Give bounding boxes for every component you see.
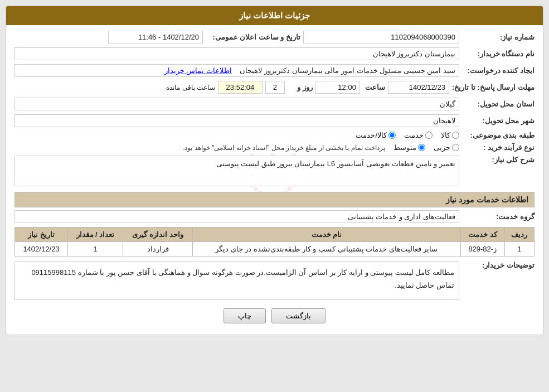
city-row: شهر محل تحویل: لاهیجان [14,114,535,127]
process-option-mota[interactable]: متوسط [393,143,425,152]
category-radio-both[interactable] [388,132,396,139]
need-desc-value: تعمیر و تامین قطعات تعویضی آسانسور L6 بی… [14,156,459,186]
deadline-days-value: 2 [265,81,285,94]
category-row: طبقه بندی موضوعی: کالا خدمت کالا/خدمت [14,131,535,139]
process-label-mota: متوسط [393,143,416,152]
deadline-date-value: 1402/12/23 [388,81,449,94]
process-radio-group: جزیی متوسط [393,143,459,152]
province-label: استان محل تحویل: [462,100,535,108]
th-name: نام خدمت [193,228,461,242]
print-button[interactable]: چاپ [224,308,266,323]
deadline-day-label: روز و [288,83,313,91]
services-table: ردیف کد خدمت نام خدمت واحد اندازه گیری ت… [14,227,535,257]
date-announce-label: تاریخ و ساعت اعلان عمومی: [206,33,300,41]
category-radio-group: کالا خدمت کالا/خدمت [356,131,459,139]
date-announce-value: 1402/12/20 - 11:46 [108,31,203,43]
deadline-row: مهلت ارسال پاسخ: تا تاریخ: 1402/12/23 سا… [14,81,535,94]
buyer-org-row: نام دستگاه خریدار: بیمارستان دکتریروز لا… [14,47,535,60]
services-section-title: اطلاعات خدمات مورد نیاز [14,192,535,207]
buyer-notes-row: توضیحات خریدار: مطالعه کامل لیست پیوستی … [14,261,535,300]
td-unit: قرارداد [123,242,193,257]
need-number-value: 1102094068000390 [303,31,459,43]
city-label: شهر محل تحویل: [462,117,535,125]
th-date: تاریخ نیاز [15,228,68,242]
category-label: طبقه بندی موضوعی: [462,131,535,139]
td-name: سایر فعالیت‌های خدمات پشتیبانی کسب و کار… [193,242,461,257]
category-option-kala[interactable]: کالا [441,131,459,139]
buyer-org-value: بیمارستان دکتریروز لاهیجان [14,47,459,60]
content-area: 🛡 شماره نیاز: 1102094068000390 تاریخ و س… [6,25,543,335]
category-label-khedmat: خدمت [404,131,424,139]
th-qty: تعداد / مقدار [67,228,123,242]
process-radio-mota[interactable] [418,144,425,151]
deadline-time-label: ساعت [363,83,385,91]
page-header: جزئیات اطلاعات نیاز [6,6,543,25]
creator-label: ایجاد کننده درخواست: [462,66,535,75]
td-qty: 1 [67,242,123,257]
buyer-notes-value: مطالعه کامل لیست پیوستی و ارایه کار بر ا… [14,261,459,300]
category-label-kala: کالا [441,131,450,139]
back-button[interactable]: بازگشت [271,308,325,323]
deadline-label: مهلت ارسال پاسخ: تا تاریخ: [452,83,535,91]
td-row-num: 1 [504,242,534,257]
process-note: پرداخت تمام یا بخشی از مبلغ خریداز محل "… [183,144,385,152]
process-label-jozi: جزیی [434,143,450,152]
table-row: 1 ز-82-829 سایر فعالیت‌های خدمات پشتیبان… [15,242,535,257]
table-header-row: ردیف کد خدمت نام خدمت واحد اندازه گیری ت… [15,228,535,242]
deadline-time-value: 12:00 [315,81,360,94]
need-desc-row: شرح کلی نیاز: تعمیر و تامین قطعات تعویضی… [14,156,535,186]
page-container: جزئیات اطلاعات نیاز 🛡 شماره نیاز: 110209… [0,0,549,392]
category-option-both[interactable]: کالا/خدمت [356,131,396,139]
process-type-row: نوع فرآیند خرید : جزیی متوسط پرداخت تمام… [14,143,535,152]
td-code: ز-82-829 [460,242,504,257]
category-label-both: کالا/خدمت [356,131,387,139]
creator-contact-link[interactable]: اطلاعات تماس خریدار [164,66,232,75]
service-group-label: گروه خدمت: [462,212,535,221]
remaining-label: ساعت باقی مانده [166,84,215,91]
th-row-num: ردیف [504,228,534,242]
service-group-value: فعالیت‌های اداری و خدمات پشتیبانی [14,210,459,223]
process-option-jozi[interactable]: جزیی [434,143,459,152]
buyer-org-label: نام دستگاه خریدار: [462,50,535,58]
category-radio-khedmat[interactable] [425,132,433,139]
bottom-buttons: بازگشت چاپ [14,308,535,323]
province-row: استان محل تحویل: گیلان [14,98,535,110]
category-option-khedmat[interactable]: خدمت [404,131,433,139]
th-unit: واحد اندازه گیری [123,228,193,242]
process-radio-jozi[interactable] [452,144,459,151]
creator-value: سید امین حسینی مسئول خدمات امور مالی بیم… [14,64,459,77]
category-radio-kala[interactable] [452,132,459,139]
main-box: جزئیات اطلاعات نیاز 🛡 شماره نیاز: 110209… [6,6,543,335]
content-relative: شماره نیاز: 1102094068000390 تاریخ و ساع… [14,31,535,323]
creator-row: ایجاد کننده درخواست: سید امین حسینی مسئو… [14,64,535,77]
need-number-label: شماره نیاز: [462,33,535,41]
buyer-notes-label: توضیحات خریدار: [462,261,535,269]
service-group-row: گروه خدمت: فعالیت‌های اداری و خدمات پشتی… [14,210,535,223]
th-code: کد خدمت [460,228,504,242]
need-number-row: شماره نیاز: 1102094068000390 تاریخ و ساع… [14,31,535,43]
process-label: نوع فرآیند خرید : [462,143,535,152]
page-title: جزئیات اطلاعات نیاز [239,11,310,20]
remaining-time-value: 23:52:04 [218,81,263,94]
td-date: 1402/12/23 [15,242,68,257]
city-value: لاهیجان [14,114,459,127]
need-desc-label: شرح کلی نیاز: [462,156,535,164]
province-value: گیلان [14,98,459,110]
